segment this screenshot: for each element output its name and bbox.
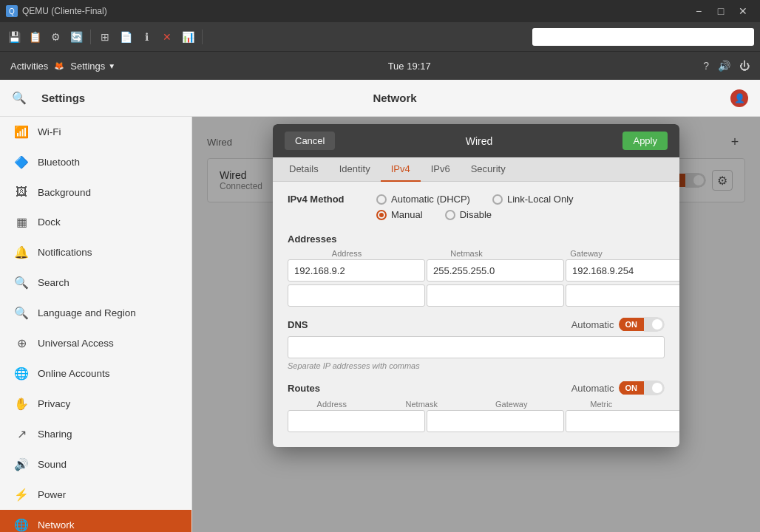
addr-col-netmask: Netmask bbox=[407, 249, 526, 258]
power-icon[interactable]: ⏻ bbox=[739, 60, 750, 72]
dns-input[interactable] bbox=[288, 336, 665, 358]
routes-input-netmask-1[interactable] bbox=[427, 410, 564, 432]
routes-toggle-knob bbox=[652, 383, 662, 393]
sidebar-item-dock[interactable]: ▦ Dock bbox=[0, 207, 191, 237]
radio-disable bbox=[445, 210, 455, 220]
method-row2: Manual Disable bbox=[376, 209, 574, 220]
tab-ipv6[interactable]: IPv6 bbox=[421, 157, 461, 182]
sidebar-item-notifications[interactable]: 🔔 Notifications bbox=[0, 237, 191, 267]
privacy-icon: ✋ bbox=[14, 397, 29, 411]
option-link-local[interactable]: Link-Local Only bbox=[492, 194, 574, 205]
addr-input-netmask-2[interactable] bbox=[427, 284, 564, 307]
sidebar: 📶 Wi-Fi 🔷 Bluetooth 🖼 Background ▦ Dock … bbox=[0, 117, 192, 532]
sidebar-label-notifications: Notifications bbox=[38, 247, 92, 258]
sidebar-item-privacy[interactable]: ✋ Privacy bbox=[0, 389, 191, 419]
routes-col-metric: Metric bbox=[557, 400, 646, 409]
addr-input-address-2[interactable] bbox=[288, 284, 425, 307]
addr-input-netmask-1[interactable] bbox=[427, 259, 564, 282]
routes-toggle[interactable]: ON bbox=[619, 381, 665, 395]
sidebar-label-sharing: Sharing bbox=[38, 429, 72, 440]
sidebar-item-sharing[interactable]: ↗ Sharing bbox=[0, 419, 191, 449]
dns-toggle-knob bbox=[652, 319, 662, 330]
sidebar-item-background[interactable]: 🖼 Background bbox=[0, 177, 191, 207]
routes-header-row: Routes Automatic ON bbox=[288, 381, 665, 395]
tab-details[interactable]: Details bbox=[279, 157, 329, 182]
sidebar-item-universal-access[interactable]: ⊕ Universal Access bbox=[0, 328, 191, 358]
dns-title: DNS bbox=[288, 319, 308, 330]
dock-icon: ▦ bbox=[14, 215, 29, 229]
chart-icon[interactable]: 📊 bbox=[180, 29, 196, 45]
stop-icon[interactable]: ✕ bbox=[159, 29, 175, 45]
modal-apply-button[interactable]: Apply bbox=[622, 132, 668, 150]
ipv4-method-section: IPv4 Method Automatic (DHCP) bbox=[288, 194, 665, 220]
user-avatar: 👤 bbox=[730, 89, 748, 107]
tab-security[interactable]: Security bbox=[461, 157, 516, 182]
windows-icon[interactable]: ⊞ bbox=[97, 29, 113, 45]
sidebar-item-network[interactable]: 🌐 Network bbox=[0, 510, 191, 532]
addr-input-gateway-2[interactable] bbox=[566, 284, 679, 307]
settings-arrow-icon: ▼ bbox=[108, 62, 115, 70]
sound-icon: 🔊 bbox=[14, 457, 29, 471]
method-options-container: Automatic (DHCP) Link-Local Only bbox=[376, 194, 574, 220]
routes-input-gateway-1[interactable] bbox=[566, 410, 679, 432]
addr-column-headers: Address Netmask Gateway bbox=[288, 249, 665, 258]
sidebar-item-online-accounts[interactable]: 🌐 Online Accounts bbox=[0, 358, 191, 389]
volume-icon[interactable]: 🔊 bbox=[718, 60, 730, 72]
settings-icon[interactable]: ⚙ bbox=[47, 29, 64, 45]
routes-input-address-1[interactable] bbox=[288, 410, 425, 432]
save-icon[interactable]: 💾 bbox=[6, 29, 22, 45]
routes-title: Routes bbox=[288, 383, 320, 394]
routes-col-netmask: Netmask bbox=[378, 400, 466, 409]
sidebar-item-sound[interactable]: 🔊 Sound bbox=[0, 449, 191, 480]
settings-section-title: Network bbox=[279, 92, 510, 104]
sidebar-label-language: Language and Region bbox=[38, 307, 136, 318]
language-icon: 🔍 bbox=[14, 306, 29, 320]
routes-toggle-on: ON bbox=[619, 381, 645, 395]
sidebar-label-wifi: Wi-Fi bbox=[38, 126, 61, 137]
sidebar-item-bluetooth[interactable]: 🔷 Bluetooth bbox=[0, 147, 191, 177]
option-disable[interactable]: Disable bbox=[445, 209, 492, 220]
sidebar-item-power[interactable]: ⚡ Power bbox=[0, 480, 191, 510]
sidebar-item-search[interactable]: 🔍 Search bbox=[0, 267, 191, 298]
option-label-disable: Disable bbox=[460, 209, 492, 220]
settings-label: Settings bbox=[70, 61, 105, 72]
refresh-icon[interactable]: 🔄 bbox=[68, 29, 84, 45]
modal-overlay: Cancel Wired Apply Details Identity IPv4… bbox=[192, 117, 760, 532]
tab-identity[interactable]: Identity bbox=[329, 157, 381, 182]
window-title: QEMU (Cliente-Final) bbox=[22, 6, 107, 16]
settings-header: 🔍 Settings Network 👤 bbox=[0, 80, 760, 117]
routes-col-gateway: Gateway bbox=[467, 400, 556, 409]
option-label-link-local: Link-Local Only bbox=[507, 194, 574, 205]
maximize-button[interactable]: □ bbox=[710, 0, 732, 22]
dns-toggle[interactable]: ON bbox=[619, 317, 665, 332]
toolbar-search-input[interactable] bbox=[532, 28, 754, 46]
clipboard-icon[interactable]: 📋 bbox=[27, 29, 43, 45]
notifications-icon: 🔔 bbox=[14, 245, 29, 259]
modal-cancel-button[interactable]: Cancel bbox=[285, 132, 335, 150]
option-automatic-dhcp[interactable]: Automatic (DHCP) bbox=[376, 194, 470, 205]
option-manual[interactable]: Manual bbox=[376, 209, 423, 220]
sidebar-item-language[interactable]: 🔍 Language and Region bbox=[0, 298, 191, 328]
avatar-icon: 👤 bbox=[734, 93, 745, 103]
addr-input-address-1[interactable] bbox=[288, 259, 425, 282]
radio-link-local bbox=[492, 194, 503, 205]
info-icon[interactable]: ℹ bbox=[138, 29, 155, 45]
close-button[interactable]: ✕ bbox=[732, 0, 754, 22]
doc-icon[interactable]: 📄 bbox=[118, 29, 134, 45]
sidebar-label-power: Power bbox=[38, 489, 66, 500]
settings-search-icon[interactable]: 🔍 bbox=[12, 91, 27, 105]
routes-auto-container: Automatic ON bbox=[571, 381, 665, 395]
addresses-title: Addresses bbox=[288, 233, 665, 245]
ipv4-method-label: IPv4 Method bbox=[288, 194, 369, 205]
routes-col-headers: Address Netmask Gateway Metric bbox=[288, 400, 665, 409]
tab-ipv4[interactable]: IPv4 bbox=[381, 157, 421, 182]
addr-input-gateway-1[interactable] bbox=[566, 259, 679, 282]
sidebar-item-wifi[interactable]: 📶 Wi-Fi bbox=[0, 117, 191, 147]
wired-dialog: Cancel Wired Apply Details Identity IPv4… bbox=[273, 124, 679, 447]
activities-button[interactable]: Activities bbox=[10, 61, 48, 72]
routes-toggle-slider bbox=[644, 381, 665, 395]
help-icon[interactable]: ? bbox=[703, 60, 709, 72]
minimize-button[interactable]: − bbox=[688, 0, 710, 22]
settings-menu-button[interactable]: Settings ▼ bbox=[70, 61, 115, 72]
method-row1: Automatic (DHCP) Link-Local Only bbox=[376, 194, 574, 205]
